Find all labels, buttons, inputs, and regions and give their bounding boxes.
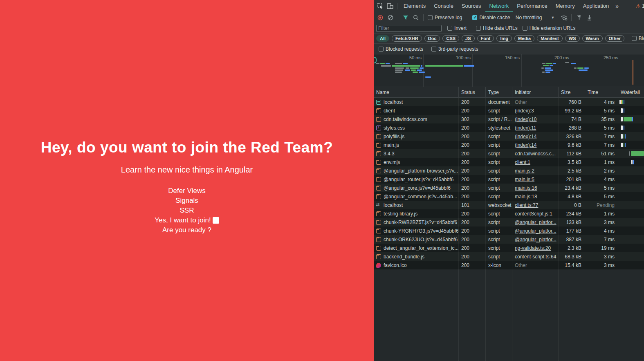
table-row[interactable]: favicon.ico200x-iconOther15.4 kB3 ms <box>374 261 644 269</box>
table-row[interactable]: 3.4.3200scriptcdn.tailwindcss.c...112 kB… <box>374 149 644 158</box>
pill-ws[interactable]: WS <box>565 35 580 42</box>
initiator-link[interactable]: client:1 <box>515 159 530 165</box>
table-row[interactable]: client200script(index):399.2 kB5 ms <box>374 106 644 115</box>
table-row[interactable]: chunk-YRGNH7G3.js?v=d45abbf6200script@an… <box>374 226 644 235</box>
filter-icon[interactable] <box>401 13 411 22</box>
table-row[interactable]: env.mjs200scriptclient:13.5 kB1 ms <box>374 158 644 166</box>
initiator-link[interactable]: (index):14 <box>515 142 536 148</box>
column-header-time[interactable]: Time <box>585 87 618 97</box>
third-party-requests-checkbox[interactable]: 3rd-party requests <box>431 46 478 52</box>
initiator-link[interactable]: @angular_platfor... <box>515 220 556 225</box>
pill-media[interactable]: Media <box>514 35 534 42</box>
pill-wasm[interactable]: Wasm <box>582 35 603 42</box>
initiator-link[interactable]: content-script.ts:64 <box>515 254 556 260</box>
export-har-icon[interactable] <box>584 13 594 22</box>
initiator-link[interactable]: client.ts:77 <box>515 202 538 208</box>
request-status: 200 <box>459 106 486 115</box>
invert-checkbox[interactable]: Invert <box>447 25 467 31</box>
table-row[interactable]: testing-library.js200scriptcontentScript… <box>374 209 644 218</box>
request-waterfall <box>618 261 644 269</box>
table-row[interactable]: styles.css200stylesheet(index):11268 B5 … <box>374 123 644 132</box>
initiator-link[interactable]: cdn.tailwindcss.c... <box>515 151 556 157</box>
column-header-size[interactable]: Size <box>559 87 585 97</box>
record-button[interactable] <box>375 13 385 22</box>
overview-bar <box>553 63 556 64</box>
filter-input[interactable] <box>376 25 442 32</box>
tab-sources[interactable]: Sources <box>458 0 485 12</box>
pill-js[interactable]: JS <box>462 35 474 42</box>
table-row[interactable]: backend_bundle.js200scriptcontent-script… <box>374 252 644 261</box>
initiator-link[interactable]: main.js:16 <box>515 185 537 191</box>
column-header-status[interactable]: Status <box>459 87 486 97</box>
overview-handle[interactable] <box>374 57 377 63</box>
tab-network[interactable]: Network <box>485 0 513 12</box>
column-header-waterfall[interactable]: Waterfall <box>618 87 644 97</box>
network-overview-timeline[interactable]: 50 ms100 ms150 ms200 ms250 ms <box>374 54 644 87</box>
pill-css[interactable]: CSS <box>442 35 459 42</box>
column-header-name[interactable]: Name <box>374 87 459 97</box>
device-toolbar-icon[interactable] <box>385 2 395 11</box>
initiator-link[interactable]: main.js:18 <box>515 194 537 200</box>
initiator-link[interactable]: main.js:2 <box>515 168 534 174</box>
column-header-type[interactable]: Type <box>486 87 512 97</box>
initiator-link[interactable]: (index):11 <box>515 125 536 131</box>
preserve-log-checkbox[interactable]: Preserve log <box>428 15 462 20</box>
table-row[interactable]: @angular_core.js?v=d45abbf6200scriptmain… <box>374 184 644 192</box>
initiator-link[interactable]: (index):10 <box>515 117 536 122</box>
throttling-select[interactable]: No throttling ▼ <box>516 15 555 20</box>
timeline-tick-label: 200 ms <box>545 55 569 60</box>
tab-memory[interactable]: Memory <box>552 0 579 12</box>
inspect-element-icon[interactable] <box>375 2 385 11</box>
pill-img[interactable]: Img <box>496 35 512 42</box>
column-header-initiator[interactable]: Initiator <box>512 87 559 97</box>
pill-doc[interactable]: Doc <box>424 35 440 42</box>
table-row[interactable]: localhost101websocketclient.ts:770 BPend… <box>374 201 644 209</box>
js-file-icon <box>376 177 381 182</box>
pill-other[interactable]: Other <box>605 35 624 42</box>
table-row[interactable]: cdn.tailwindcss.com302script / R...(inde… <box>374 115 644 123</box>
initiator-link[interactable]: contentScript.js:1 <box>515 211 552 217</box>
request-size: 68.3 kB <box>559 252 585 261</box>
clear-button[interactable] <box>386 13 395 22</box>
request-type: script <box>486 149 512 158</box>
initiator-link[interactable]: (index):14 <box>515 134 536 139</box>
table-row[interactable]: @angular_common.js?v=d45ab...200scriptma… <box>374 192 644 201</box>
tab-application[interactable]: Application <box>579 0 613 12</box>
initiator-link[interactable]: @angular_platfor... <box>515 237 556 242</box>
initiator-link[interactable]: (index):3 <box>515 108 534 114</box>
pill-font[interactable]: Font <box>477 35 494 42</box>
tab-elements[interactable]: Elements <box>399 0 430 12</box>
search-icon[interactable] <box>411 13 421 22</box>
table-row[interactable]: chunk-RWB2BZ5T.js?v=d45abbf6200script@an… <box>374 218 644 226</box>
table-row[interactable]: polyfills.js200script(index):14326 kB7 m… <box>374 132 644 141</box>
waterfall-bar <box>619 100 621 104</box>
table-row[interactable]: @angular_platform-browser.js?v...200scri… <box>374 166 644 175</box>
hide-data-urls-checkbox[interactable]: Hide data URLs <box>476 25 518 31</box>
warning-badge[interactable]: ⚠ 1 <box>635 3 644 9</box>
request-time: 5 ms <box>585 184 618 192</box>
table-row[interactable]: chunk-ORK62JUO.js?v=d45abbf6200script@an… <box>374 235 644 244</box>
pill-all[interactable]: All <box>376 35 389 42</box>
table-row[interactable]: @angular_router.js?v=d45abbf6200scriptma… <box>374 175 644 184</box>
disable-cache-checkbox[interactable]: Disable cache <box>472 15 510 20</box>
table-row[interactable]: main.js200script(index):149.6 kB7 ms <box>374 141 644 149</box>
request-status: 101 <box>459 201 486 209</box>
join-checkbox[interactable] <box>213 217 219 224</box>
request-status: 200 <box>459 184 486 192</box>
pill-manifest[interactable]: Manifest <box>537 35 563 42</box>
hide-extension-urls-checkbox[interactable]: Hide extension URLs <box>523 25 576 31</box>
table-row[interactable]: localhost200documentOther760 B4 ms <box>374 98 644 106</box>
tab-performance[interactable]: Performance <box>513 0 551 12</box>
table-row[interactable]: detect_angular_for_extension_ic...200scr… <box>374 244 644 252</box>
initiator-link[interactable]: @angular_platfor... <box>515 228 556 234</box>
network-conditions-icon[interactable] <box>559 13 569 22</box>
import-har-icon[interactable] <box>574 13 584 22</box>
pill-fetchxhr[interactable]: Fetch/XHR <box>392 35 422 42</box>
tab-console[interactable]: Console <box>430 0 458 12</box>
initiator-link[interactable]: ng-validate.ts:20 <box>515 245 551 251</box>
initiator-link[interactable]: main.js:5 <box>515 177 534 182</box>
blocked-requests-checkbox[interactable]: Blocked requests <box>379 46 423 52</box>
request-time: 1 ms <box>585 158 618 166</box>
blocked-response-cookies-checkbox[interactable]: Blocked response cooki <box>632 36 644 41</box>
more-tabs-button[interactable]: » <box>613 0 621 12</box>
